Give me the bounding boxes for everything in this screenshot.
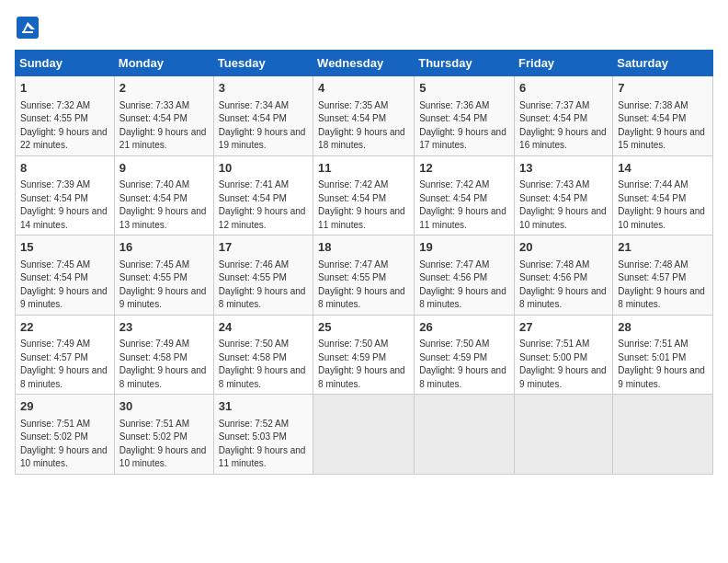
calendar-cell: 29Sunrise: 7:51 AMSunset: 5:02 PMDayligh… [16, 395, 115, 475]
calendar-cell: 21Sunrise: 7:48 AMSunset: 4:57 PMDayligh… [613, 236, 713, 316]
day-number: 15 [20, 239, 109, 256]
col-header-wednesday: Wednesday [313, 51, 415, 76]
calendar-cell: 16Sunrise: 7:45 AMSunset: 4:55 PMDayligh… [114, 236, 213, 316]
day-info: Sunrise: 7:52 AMSunset: 5:03 PMDaylight:… [219, 419, 306, 469]
day-info: Sunrise: 7:37 AMSunset: 4:54 PMDaylight:… [519, 100, 607, 151]
day-number: 12 [419, 160, 509, 177]
col-header-monday: Monday [114, 51, 213, 76]
day-number: 22 [20, 319, 109, 336]
calendar-table: SundayMondayTuesdayWednesdayThursdayFrid… [15, 50, 713, 475]
day-info: Sunrise: 7:50 AMSunset: 4:59 PMDaylight:… [318, 339, 405, 389]
calendar-cell: 23Sunrise: 7:49 AMSunset: 4:58 PMDayligh… [114, 315, 213, 395]
calendar-cell: 22Sunrise: 7:49 AMSunset: 4:57 PMDayligh… [16, 315, 115, 395]
day-info: Sunrise: 7:45 AMSunset: 4:55 PMDaylight:… [119, 259, 207, 310]
day-info: Sunrise: 7:50 AMSunset: 4:58 PMDaylight:… [219, 339, 306, 389]
day-info: Sunrise: 7:42 AMSunset: 4:54 PMDaylight:… [419, 179, 506, 230]
day-number: 11 [318, 160, 409, 177]
day-info: Sunrise: 7:51 AMSunset: 5:02 PMDaylight:… [119, 419, 207, 469]
day-info: Sunrise: 7:35 AMSunset: 4:54 PMDaylight:… [318, 100, 405, 151]
day-number: 8 [20, 160, 109, 177]
day-number: 16 [119, 239, 209, 256]
day-info: Sunrise: 7:39 AMSunset: 4:54 PMDaylight:… [20, 179, 108, 230]
day-number: 23 [119, 319, 209, 336]
calendar-cell: 8Sunrise: 7:39 AMSunset: 4:54 PMDaylight… [16, 155, 115, 236]
day-number: 31 [219, 398, 308, 415]
day-info: Sunrise: 7:38 AMSunset: 4:54 PMDaylight:… [618, 100, 705, 151]
day-info: Sunrise: 7:47 AMSunset: 4:55 PMDaylight:… [318, 259, 405, 310]
calendar-cell: 1Sunrise: 7:32 AMSunset: 4:55 PMDaylight… [16, 76, 115, 156]
calendar-cell: 13Sunrise: 7:43 AMSunset: 4:54 PMDayligh… [515, 155, 613, 236]
calendar-cell: 11Sunrise: 7:42 AMSunset: 4:54 PMDayligh… [313, 155, 415, 236]
day-number: 18 [318, 239, 409, 256]
day-info: Sunrise: 7:44 AMSunset: 4:54 PMDaylight:… [618, 179, 705, 230]
day-number: 28 [618, 319, 708, 336]
day-info: Sunrise: 7:51 AMSunset: 5:00 PMDaylight:… [519, 339, 607, 389]
header-row: SundayMondayTuesdayWednesdayThursdayFrid… [16, 51, 713, 76]
week-row: 29Sunrise: 7:51 AMSunset: 5:02 PMDayligh… [16, 395, 713, 475]
day-number: 5 [419, 80, 509, 97]
calendar-cell: 12Sunrise: 7:42 AMSunset: 4:54 PMDayligh… [415, 155, 515, 236]
day-info: Sunrise: 7:32 AMSunset: 4:55 PMDaylight:… [20, 100, 108, 151]
calendar-cell: 27Sunrise: 7:51 AMSunset: 5:00 PMDayligh… [515, 315, 613, 395]
day-info: Sunrise: 7:33 AMSunset: 4:54 PMDaylight:… [119, 100, 207, 151]
day-info: Sunrise: 7:40 AMSunset: 4:54 PMDaylight:… [119, 179, 207, 230]
day-info: Sunrise: 7:49 AMSunset: 4:58 PMDaylight:… [119, 339, 207, 389]
calendar-cell: 2Sunrise: 7:33 AMSunset: 4:54 PMDaylight… [114, 76, 213, 156]
day-info: Sunrise: 7:36 AMSunset: 4:54 PMDaylight:… [419, 100, 506, 151]
calendar-cell: 24Sunrise: 7:50 AMSunset: 4:58 PMDayligh… [213, 315, 313, 395]
day-number: 10 [219, 160, 308, 177]
calendar-cell: 5Sunrise: 7:36 AMSunset: 4:54 PMDaylight… [415, 76, 515, 156]
calendar-cell: 19Sunrise: 7:47 AMSunset: 4:56 PMDayligh… [415, 236, 515, 316]
day-info: Sunrise: 7:51 AMSunset: 5:02 PMDaylight:… [20, 419, 108, 469]
day-number: 30 [119, 398, 209, 415]
day-number: 20 [519, 239, 608, 256]
week-row: 8Sunrise: 7:39 AMSunset: 4:54 PMDaylight… [16, 155, 713, 236]
week-row: 22Sunrise: 7:49 AMSunset: 4:57 PMDayligh… [16, 315, 713, 395]
day-number: 29 [20, 398, 109, 415]
col-header-sunday: Sunday [16, 51, 115, 76]
calendar-cell: 9Sunrise: 7:40 AMSunset: 4:54 PMDaylight… [114, 155, 213, 236]
day-info: Sunrise: 7:47 AMSunset: 4:56 PMDaylight:… [419, 259, 506, 310]
calendar-cell: 28Sunrise: 7:51 AMSunset: 5:01 PMDayligh… [613, 315, 713, 395]
svg-rect-2 [22, 31, 33, 33]
day-number: 17 [219, 239, 308, 256]
day-info: Sunrise: 7:46 AMSunset: 4:55 PMDaylight:… [219, 259, 306, 310]
calendar-cell: 31Sunrise: 7:52 AMSunset: 5:03 PMDayligh… [213, 395, 313, 475]
calendar-cell: 10Sunrise: 7:41 AMSunset: 4:54 PMDayligh… [213, 155, 313, 236]
col-header-saturday: Saturday [613, 51, 713, 76]
col-header-friday: Friday [515, 51, 613, 76]
week-row: 15Sunrise: 7:45 AMSunset: 4:54 PMDayligh… [16, 236, 713, 316]
calendar-cell: 25Sunrise: 7:50 AMSunset: 4:59 PMDayligh… [313, 315, 415, 395]
calendar-cell: 26Sunrise: 7:50 AMSunset: 4:59 PMDayligh… [415, 315, 515, 395]
calendar-cell: 4Sunrise: 7:35 AMSunset: 4:54 PMDaylight… [313, 76, 415, 156]
day-number: 1 [20, 80, 109, 97]
day-info: Sunrise: 7:45 AMSunset: 4:54 PMDaylight:… [20, 259, 108, 310]
calendar-cell: 6Sunrise: 7:37 AMSunset: 4:54 PMDaylight… [515, 76, 613, 156]
calendar-cell: 20Sunrise: 7:48 AMSunset: 4:56 PMDayligh… [515, 236, 613, 316]
day-number: 13 [519, 160, 608, 177]
day-info: Sunrise: 7:48 AMSunset: 4:56 PMDaylight:… [519, 259, 607, 310]
calendar-cell [415, 395, 515, 475]
week-row: 1Sunrise: 7:32 AMSunset: 4:55 PMDaylight… [16, 76, 713, 156]
col-header-thursday: Thursday [415, 51, 515, 76]
calendar-cell [515, 395, 613, 475]
logo-icon [15, 15, 40, 40]
day-number: 19 [419, 239, 509, 256]
day-number: 25 [318, 319, 409, 336]
day-number: 4 [318, 80, 409, 97]
calendar-cell: 18Sunrise: 7:47 AMSunset: 4:55 PMDayligh… [313, 236, 415, 316]
logo [15, 15, 44, 40]
day-info: Sunrise: 7:50 AMSunset: 4:59 PMDaylight:… [419, 339, 506, 389]
calendar-cell: 3Sunrise: 7:34 AMSunset: 4:54 PMDaylight… [213, 76, 313, 156]
day-number: 6 [519, 80, 608, 97]
page-container: SundayMondayTuesdayWednesdayThursdayFrid… [0, 0, 728, 484]
calendar-cell: 17Sunrise: 7:46 AMSunset: 4:55 PMDayligh… [213, 236, 313, 316]
day-info: Sunrise: 7:48 AMSunset: 4:57 PMDaylight:… [618, 259, 705, 310]
day-info: Sunrise: 7:51 AMSunset: 5:01 PMDaylight:… [618, 339, 705, 389]
day-info: Sunrise: 7:41 AMSunset: 4:54 PMDaylight:… [219, 179, 306, 230]
col-header-tuesday: Tuesday [213, 51, 313, 76]
day-number: 27 [519, 319, 608, 336]
day-number: 24 [219, 319, 308, 336]
day-number: 7 [618, 80, 708, 97]
calendar-cell: 14Sunrise: 7:44 AMSunset: 4:54 PMDayligh… [613, 155, 713, 236]
